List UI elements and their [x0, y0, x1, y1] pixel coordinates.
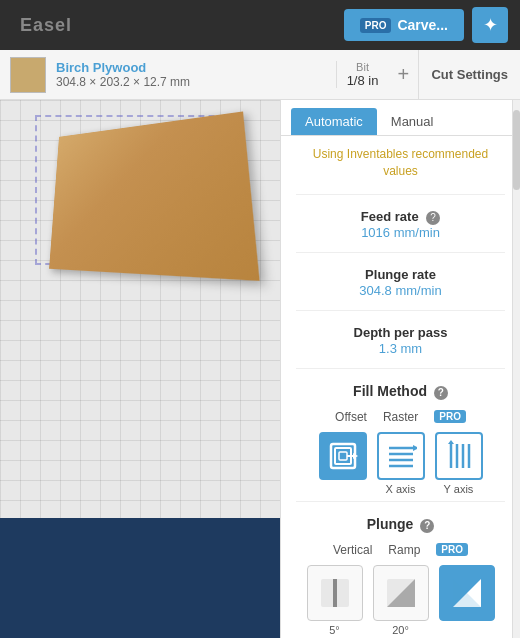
- tabs-row: Automatic Manual: [281, 100, 520, 136]
- offset-icon: [327, 440, 359, 472]
- divider-1: [296, 194, 505, 195]
- bit-section: Bit 1/8 in: [336, 61, 389, 88]
- plunge-active-button[interactable]: [439, 565, 495, 621]
- app-title: Easel: [20, 15, 72, 36]
- canvas-area: 5 10 15 20 25 30 35 40 45 50 55 60 65 70…: [0, 100, 280, 638]
- yaxis-icon: [443, 440, 475, 472]
- plunge-help-icon[interactable]: ?: [420, 519, 434, 533]
- feed-rate-row: Feed rate ? 1016 mm/min: [281, 199, 520, 248]
- plunge-icons-row: 5° 20°: [281, 561, 520, 638]
- plunge-ramp-icon: [382, 574, 420, 612]
- sparkle-button[interactable]: ✦: [472, 7, 508, 43]
- pro-badge: PRO: [360, 18, 392, 33]
- xaxis-icon: [385, 440, 417, 472]
- fill-method-header: Fill Method ?: [281, 373, 520, 406]
- fill-yaxis-label: Y axis: [444, 483, 474, 495]
- sparkle-icon: ✦: [483, 14, 498, 36]
- plunge-active-container: [439, 565, 495, 636]
- material-info: Birch Plywood 304.8 × 203.2 × 12.7 mm: [56, 60, 336, 89]
- plunge-5deg-label: 5°: [329, 624, 340, 636]
- info-text: Using Inventables recommended values: [281, 136, 520, 190]
- plunge-5deg-container: 5°: [307, 565, 363, 636]
- svg-marker-9: [413, 445, 417, 451]
- feed-rate-label: Feed rate: [361, 209, 419, 224]
- divider-2: [296, 252, 505, 253]
- fill-xaxis-label: X axis: [386, 483, 416, 495]
- plunge-label: Plunge: [367, 516, 414, 532]
- depth-per-pass-value: 1.3 mm: [296, 341, 505, 356]
- material-swatch[interactable]: [10, 57, 46, 93]
- right-panel: Automatic Manual Using Inventables recom…: [280, 100, 520, 638]
- fill-yaxis-container: Y axis: [435, 432, 483, 495]
- plunge-20deg-ramp-button[interactable]: [373, 565, 429, 621]
- scrollbar-track[interactable]: [512, 100, 520, 638]
- add-button[interactable]: +: [388, 60, 418, 90]
- plunge-20deg-label: 20°: [392, 624, 409, 636]
- plunge-pro-tag: PRO: [436, 543, 468, 556]
- depth-per-pass-row: Depth per pass 1.3 mm: [281, 315, 520, 364]
- plunge-rate-label: Plunge rate: [365, 267, 436, 282]
- fill-xaxis-button[interactable]: [377, 432, 425, 480]
- carve-label: Carve...: [397, 17, 448, 33]
- add-icon: +: [398, 63, 410, 86]
- wood-shape: [49, 111, 260, 280]
- cut-settings-button[interactable]: Cut Settings: [418, 50, 520, 99]
- fill-offset-label: Offset: [335, 410, 367, 424]
- plunge-rate-row: Plunge rate 304.8 mm/min: [281, 257, 520, 306]
- fill-method-help-icon[interactable]: ?: [434, 386, 448, 400]
- scrollbar-thumb[interactable]: [513, 110, 520, 190]
- depth-per-pass-label: Depth per pass: [354, 325, 448, 340]
- material-name[interactable]: Birch Plywood: [56, 60, 336, 75]
- plunge-20deg-ramp-container: 20°: [373, 565, 429, 636]
- material-dimensions: 304.8 × 203.2 × 12.7 mm: [56, 75, 336, 89]
- svg-marker-14: [448, 440, 454, 444]
- plunge-5deg-button[interactable]: [307, 565, 363, 621]
- divider-4: [296, 368, 505, 369]
- tab-automatic[interactable]: Automatic: [291, 108, 377, 135]
- plunge-ramp-label: Ramp: [388, 543, 420, 557]
- plunge-rate-value: 304.8 mm/min: [296, 283, 505, 298]
- feed-rate-value: 1016 mm/min: [296, 225, 505, 240]
- fill-raster-label: Raster: [383, 410, 418, 424]
- tab-manual[interactable]: Manual: [377, 108, 448, 135]
- plunge-active-icon: [448, 574, 486, 612]
- fill-pro-tag: PRO: [434, 410, 466, 423]
- fill-method-label: Fill Method: [353, 383, 427, 399]
- svg-rect-2: [339, 452, 347, 460]
- canvas-bottom-dark: [0, 518, 280, 638]
- header-bar: Easel PRO Carve... ✦: [0, 0, 520, 50]
- fill-icons-row: X axis Y axis: [281, 428, 520, 497]
- bit-value[interactable]: 1/8 in: [347, 73, 379, 88]
- fill-yaxis-button[interactable]: [435, 432, 483, 480]
- plunge-options-row: Vertical Ramp PRO: [281, 539, 520, 561]
- feed-rate-help-icon[interactable]: ?: [426, 211, 440, 225]
- plunge-vertical-label: Vertical: [333, 543, 372, 557]
- svg-rect-16: [333, 579, 337, 607]
- bit-label: Bit: [356, 61, 369, 73]
- fill-offset-container: [319, 432, 367, 495]
- divider-3: [296, 310, 505, 311]
- divider-5: [296, 501, 505, 502]
- plunge-vertical-icon: [316, 574, 354, 612]
- carve-button[interactable]: PRO Carve...: [344, 9, 464, 41]
- plunge-header: Plunge ?: [281, 506, 520, 539]
- material-bar: Birch Plywood 304.8 × 203.2 × 12.7 mm Bi…: [0, 50, 520, 100]
- fill-xaxis-container: X axis: [377, 432, 425, 495]
- fill-options-row: Offset Raster PRO: [281, 406, 520, 428]
- fill-offset-button[interactable]: [319, 432, 367, 480]
